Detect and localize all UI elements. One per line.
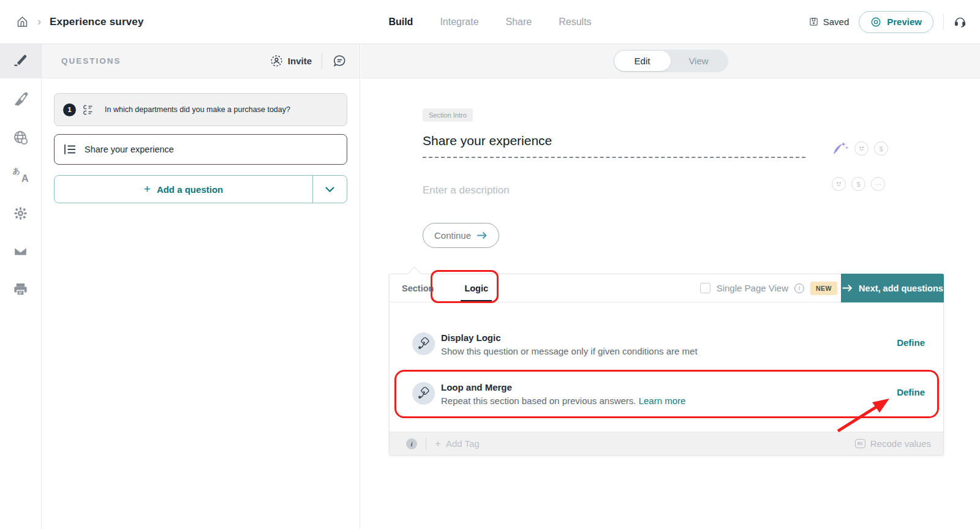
add-question-button[interactable]: + Add a question [55,176,312,203]
logic-panel-tabs: Section Logic Single Page View i NEW Nex… [390,274,943,302]
question-item-section[interactable]: Share your experience [54,134,347,165]
questions-panel: QUESTIONS Invite [42,44,360,529]
rail-item-distributions[interactable] [0,234,41,268]
rail-item-survey-flow[interactable] [0,120,41,154]
tab-integrate[interactable]: Integrate [440,17,478,28]
left-tool-rail: あ A [0,44,42,529]
description-action-icons: $ ··· [832,177,885,191]
survey-title[interactable]: Experience survey [50,16,144,28]
question-item-text: In which departments did you make a purc… [105,105,290,114]
toggle-edit[interactable]: Edit [614,51,671,71]
loop-merge-description: Repeat this section based on previous an… [441,396,897,406]
question-item-1[interactable]: 1 In which departments did you make a pu… [54,93,347,126]
loop-merge-define-link[interactable]: Define [897,382,925,397]
tab-share[interactable]: Share [506,17,532,28]
piped-text-dollar-icon[interactable]: $ [874,141,888,156]
section-intro-tag: Section Intro [423,108,473,122]
top-header: › Experience survey Build Integrate Shar… [0,0,980,44]
rail-item-options[interactable] [0,196,41,230]
title-dashed-underline [423,157,805,158]
plus-icon: + [144,182,151,196]
tab-build[interactable]: Build [388,17,413,28]
header-divider [943,14,944,30]
recode-values-button[interactable]: RI Recode values [855,438,931,449]
display-logic-description: Show this question or message only if gi… [441,346,897,356]
plus-icon: + [435,438,441,450]
questions-panel-header: QUESTIONS Invite [42,44,360,78]
survey-builder-page: › Experience survey Build Integrate Shar… [0,0,980,529]
title-action-icons: $ [832,140,888,157]
new-badge: NEW [810,282,837,295]
home-icon[interactable] [16,15,29,28]
toggle-view[interactable]: View [671,51,727,71]
arrow-right-icon [842,284,853,292]
add-tag-label: Add Tag [446,438,480,449]
learn-more-link[interactable]: Learn more [639,396,686,406]
loop-and-merge-row[interactable]: Loop and Merge Repeat this section based… [390,382,943,406]
footer-info-icon[interactable]: i [406,438,417,449]
logic-branch-icon [412,332,435,355]
print-icon [12,281,29,298]
arrow-right-icon [477,231,488,239]
logic-panel: Section Logic Single Page View i NEW Nex… [389,274,944,456]
display-logic-define-link[interactable]: Define [897,332,925,348]
ai-feather-sparkle-icon[interactable] [832,140,849,157]
continue-label: Continue [434,230,471,241]
distributions-mail-icon [12,243,29,260]
recode-values-label: Recode values [870,438,931,449]
next-add-questions-button[interactable]: Next, add questions [841,274,944,302]
header-tabs: Build Integrate Share Results [388,17,591,28]
recode-values-icon: RI [855,439,865,448]
description-placeholder[interactable]: Enter a description [423,184,510,197]
add-tag-button[interactable]: + Add Tag [435,438,480,450]
preview-label: Preview [887,17,922,27]
rail-item-translations[interactable]: あ A [0,158,41,192]
translate-hiragana-glyph: あ [13,166,20,176]
footer-divider [426,438,426,450]
saved-status: Saved [809,17,850,27]
single-page-view-label: Single Page View [717,283,788,293]
piped-text-dollar-icon[interactable]: $ [851,177,865,191]
survey-flow-globe-icon [12,129,29,146]
tab-logic[interactable]: Logic [464,274,488,302]
builder-pencil-icon [12,53,29,70]
add-question-label: Add a question [157,184,223,195]
rail-item-print[interactable] [0,272,41,306]
section-block-icon [64,144,77,155]
translate-latin-glyph: A [21,173,29,184]
rail-item-builder[interactable] [0,44,41,78]
display-logic-title: Display Logic [441,332,897,343]
emoji-smiley-icon[interactable] [832,177,846,191]
saved-disk-icon [809,17,819,27]
question-number-badge: 1 [63,103,76,116]
section-item-text: Share your experience [85,144,174,154]
tab-results[interactable]: Results [559,17,591,28]
multiple-choice-icon [83,105,97,115]
preview-eye-icon [870,17,881,28]
add-question-dropdown[interactable] [312,176,347,203]
look-feel-brush-icon [13,91,29,107]
support-headset-icon[interactable] [954,15,967,28]
invite-person-icon [270,54,283,67]
logic-branch-icon [412,382,435,405]
continue-button[interactable]: Continue [423,223,499,248]
display-logic-row[interactable]: Display Logic Show this question or mess… [390,332,943,356]
tab-section[interactable]: Section [402,274,434,302]
invite-button[interactable]: Invite [270,54,312,67]
info-icon[interactable]: i [794,283,804,293]
questions-panel-title: QUESTIONS [61,56,270,66]
preview-button[interactable]: Preview [859,11,933,33]
emoji-smiley-icon[interactable] [854,141,869,156]
rail-item-look-feel[interactable] [0,82,41,116]
breadcrumb-chevron: › [37,15,41,28]
single-page-view-checkbox[interactable] [700,283,710,293]
invite-chat-divider [322,53,322,69]
next-button-label: Next, add questions [859,283,943,293]
translations-icon: あ A [13,167,29,183]
edit-view-toggle: Edit View [613,50,728,72]
canvas-top-strip: Edit View [361,44,980,78]
add-question-split-button: + Add a question [54,175,347,203]
more-options-ellipsis-icon[interactable]: ··· [871,177,885,191]
comments-chat-icon[interactable] [332,53,347,69]
section-title-text[interactable]: Share your experience [423,133,552,148]
